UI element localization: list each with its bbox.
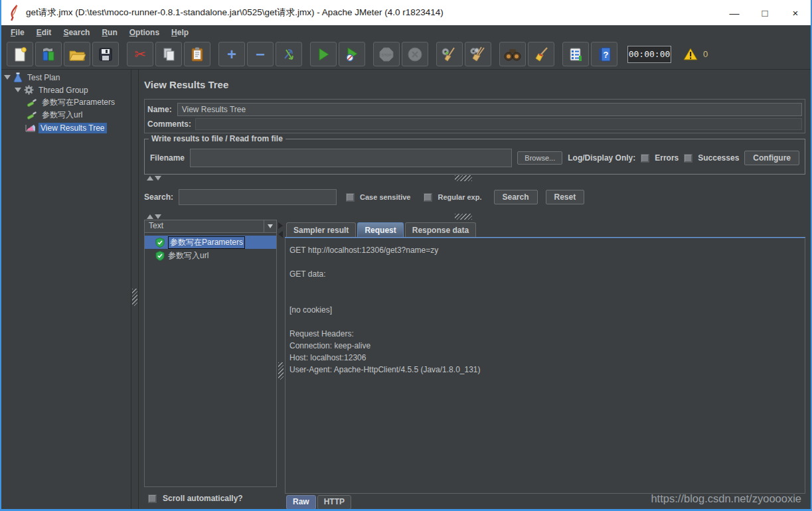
cut-button[interactable]: ✂	[127, 42, 153, 66]
name-input[interactable]	[177, 103, 802, 116]
tree-node-view-results-tree[interactable]: View Results Tree	[1, 121, 131, 134]
clear-all-button[interactable]	[465, 42, 491, 66]
splitter-grip-icon[interactable]	[455, 175, 472, 181]
request-text: GET http://localhost:12306/get3?name=zy …	[289, 244, 801, 376]
open-button[interactable]	[64, 42, 90, 66]
errors-checkbox[interactable]	[641, 154, 649, 163]
filename-input[interactable]	[190, 149, 512, 167]
tree-node-sampler-url[interactable]: 参数写入url	[1, 109, 131, 121]
name-label: Name:	[147, 105, 172, 114]
menu-edit[interactable]: Edit	[31, 27, 57, 38]
splitter-up-icon[interactable]	[147, 214, 153, 219]
results-list-panel: Text 参数写	[144, 220, 277, 510]
search-reset-button[interactable]	[528, 42, 554, 66]
collapse-caret-icon[interactable]	[4, 75, 11, 80]
errors-label: Errors	[655, 153, 679, 163]
menu-help[interactable]: Help	[166, 27, 194, 38]
comments-label: Comments:	[147, 119, 191, 129]
toggle-button[interactable]	[276, 42, 302, 66]
function-helper-button[interactable]	[562, 42, 589, 66]
scroll-automatically-label: Scroll automatically?	[163, 494, 243, 503]
save-button[interactable]	[92, 42, 119, 66]
tree-main-splitter[interactable]	[131, 70, 139, 510]
tree-node-thread-group[interactable]: Thread Group	[1, 84, 131, 96]
maximize-button[interactable]: □	[750, 0, 780, 25]
results-detail-splitter[interactable]	[277, 220, 285, 510]
results-chart-icon	[25, 123, 36, 132]
view-selector-value[interactable]: Text	[144, 220, 264, 233]
splitter-down-icon[interactable]	[155, 176, 161, 181]
collapse-minus-icon: −	[256, 47, 265, 62]
start-no-pauses-icon	[344, 46, 360, 62]
group-title: Write results to file / Read from file	[149, 134, 285, 143]
splitter-collapse-arrows[interactable]	[278, 222, 283, 238]
tree-node-test-plan[interactable]: Test Plan	[1, 71, 131, 84]
chevron-down-icon	[268, 224, 273, 228]
minimize-button[interactable]: —	[719, 0, 750, 25]
templates-button[interactable]	[35, 42, 62, 66]
reset-button[interactable]: Reset	[546, 190, 585, 204]
splitter-grip-icon[interactable]	[278, 362, 284, 380]
tree-node-sampler-parameters[interactable]: 参数写在Parameters	[1, 96, 131, 109]
titlebar: get请求.jmx (D:\test\moco-runner-0.8.1-sta…	[1, 0, 811, 25]
close-button[interactable]: ×	[780, 0, 811, 25]
search-toolbar-button[interactable]	[499, 42, 526, 66]
menu-run[interactable]: Run	[96, 27, 122, 38]
stop-icon: STOP	[378, 46, 394, 62]
view-results-tree-panel: View Results Tree Name: Comments: Write …	[139, 70, 811, 510]
tab-request[interactable]: Request	[357, 222, 403, 237]
window-title: get请求.jmx (D:\test\moco-runner-0.8.1-sta…	[26, 7, 719, 19]
comments-input[interactable]	[195, 118, 802, 130]
menubar: File Edit Search Run Options Help	[1, 25, 811, 39]
menu-file[interactable]: File	[5, 27, 30, 38]
new-plan-button[interactable]	[7, 42, 33, 66]
splitter-grip-icon[interactable]	[455, 214, 472, 220]
lower-splitter[interactable]	[144, 213, 805, 220]
test-plan-icon	[13, 72, 23, 82]
tab-raw[interactable]: Raw	[286, 495, 316, 510]
splitter-grip-icon[interactable]	[132, 289, 137, 306]
cut-icon: ✂	[134, 48, 146, 61]
log-warning-indicator[interactable]: 0	[683, 48, 708, 60]
filename-label: Filename	[150, 153, 185, 163]
case-sensitive-checkbox[interactable]	[346, 193, 355, 202]
splitter-right-icon[interactable]	[278, 222, 283, 229]
menu-search[interactable]: Search	[58, 27, 95, 38]
expand-plus-icon: +	[227, 47, 236, 62]
tab-sampler-result[interactable]: Sampler result	[286, 222, 356, 237]
tab-response-data[interactable]: Response data	[405, 222, 476, 237]
thread-group-icon	[24, 85, 34, 95]
tab-http[interactable]: HTTP	[317, 495, 351, 510]
upper-splitter[interactable]	[144, 175, 805, 181]
configure-button[interactable]: Configure	[744, 151, 799, 165]
window-controls: — □ ×	[719, 0, 811, 25]
search-input[interactable]	[179, 189, 337, 205]
browse-button[interactable]: Browse...	[517, 151, 562, 165]
menu-options[interactable]: Options	[124, 27, 165, 38]
expand-all-button[interactable]: +	[218, 42, 245, 66]
successes-checkbox[interactable]	[684, 154, 692, 163]
help-button[interactable]: ?	[591, 42, 617, 66]
collapse-all-button[interactable]: −	[247, 42, 274, 66]
regular-exp-checkbox[interactable]	[424, 193, 432, 202]
scroll-automatically-checkbox[interactable]	[148, 494, 157, 503]
collapse-caret-icon[interactable]	[15, 88, 21, 92]
copy-button[interactable]	[155, 42, 182, 66]
search-button[interactable]: Search	[494, 190, 538, 204]
start-no-timers-button[interactable]	[339, 42, 365, 66]
view-selector[interactable]: Text	[144, 220, 277, 233]
paste-button[interactable]	[184, 42, 210, 66]
splitter-down-icon[interactable]	[155, 214, 161, 219]
clear-button[interactable]	[436, 42, 463, 66]
start-play-icon	[316, 47, 331, 62]
result-item-parameters[interactable]: 参数写在Parameters	[145, 236, 276, 249]
splitter-left-icon[interactable]	[278, 231, 283, 238]
copy-icon	[161, 46, 177, 62]
start-button[interactable]	[310, 42, 337, 66]
clear-all-brooms-icon	[469, 46, 487, 62]
result-item-url[interactable]: 参数写入url	[145, 249, 276, 262]
request-content-box[interactable]: GET http://localhost:12306/get3?name=zy …	[285, 238, 805, 494]
splitter-up-icon[interactable]	[147, 176, 153, 181]
http-sampler-icon	[27, 111, 37, 120]
view-selector-arrow[interactable]	[264, 220, 277, 233]
